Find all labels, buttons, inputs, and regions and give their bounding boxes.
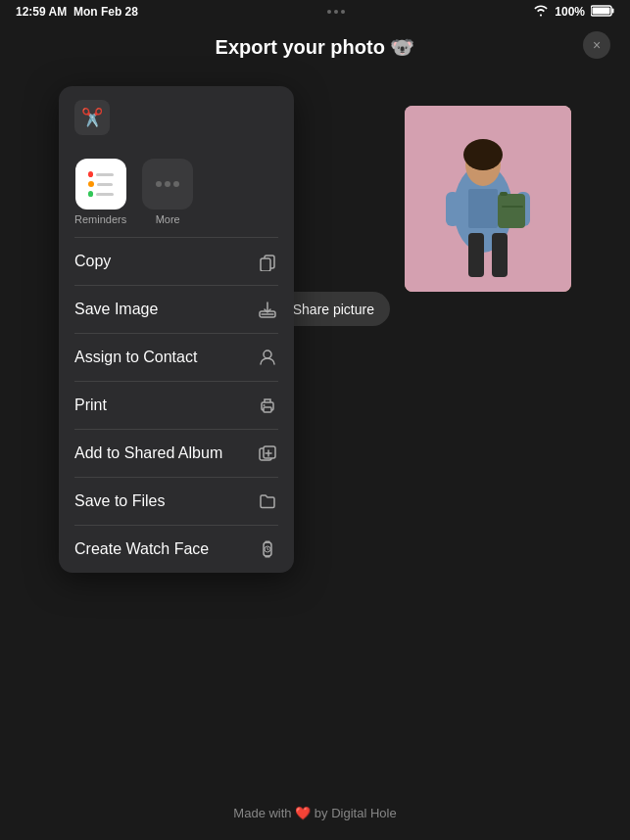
main-content: Share picture ✂️ [0, 67, 630, 789]
more-icon [142, 159, 193, 210]
assign-contact-label: Assign to Contact [74, 349, 197, 366]
dot [334, 10, 338, 14]
copy-label: Copy [74, 253, 111, 270]
page-title: Export your photo 🐨 [216, 35, 415, 59]
menu-item-assign-contact[interactable]: Assign to Contact [59, 334, 294, 381]
footer-text: Made with ❤️ by Digital Hole [233, 806, 396, 820]
dot [327, 10, 331, 14]
menu-item-save-files[interactable]: Save to Files [59, 478, 294, 525]
watch-face-icon [257, 538, 278, 560]
menu-item-shared-album[interactable]: Add to Shared Album [59, 430, 294, 477]
more-dot [173, 181, 179, 187]
reminders-icon [75, 159, 126, 210]
watch-face-label: Create Watch Face [74, 540, 209, 558]
svg-point-22 [264, 404, 266, 406]
save-image-label: Save Image [74, 301, 158, 318]
photo-area [405, 106, 571, 292]
svg-rect-13 [468, 233, 484, 277]
save-files-label: Save to Files [74, 492, 165, 510]
svg-rect-24 [264, 446, 275, 458]
print-icon [257, 395, 278, 416]
share-panel: ✂️ [59, 86, 294, 573]
dot [341, 10, 345, 14]
svg-rect-1 [611, 8, 613, 13]
footer-heart: ❤️ [295, 806, 311, 820]
status-indicators: 100% [533, 5, 614, 20]
print-label: Print [74, 397, 107, 414]
wifi-icon [533, 5, 549, 20]
scissors-icon: ✂️ [81, 107, 103, 128]
svg-rect-27 [266, 541, 270, 543]
shared-album-icon [257, 443, 278, 464]
svg-rect-14 [492, 233, 508, 277]
shared-album-label: Add to Shared Album [74, 444, 222, 462]
share-picture-label: Share picture [293, 302, 374, 317]
assign-contact-icon [257, 347, 278, 368]
footer: Made with ❤️ by Digital Hole [0, 806, 630, 820]
app-item-more[interactable]: More [142, 159, 193, 225]
reminders-label: Reminders [74, 213, 126, 225]
close-button[interactable]: × [583, 31, 610, 59]
save-files-icon [257, 490, 278, 512]
svg-rect-21 [264, 407, 271, 412]
app-item-reminders[interactable]: Reminders [74, 159, 126, 225]
svg-rect-8 [446, 192, 460, 226]
svg-rect-17 [261, 258, 270, 271]
menu-item-print[interactable]: Print [59, 382, 294, 429]
menu-item-watch-face[interactable]: Create Watch Face [59, 526, 294, 573]
status-center [327, 10, 345, 14]
battery-text: 100% [555, 5, 585, 19]
svg-rect-7 [468, 189, 498, 228]
panel-icon: ✂️ [74, 100, 110, 135]
save-image-icon [257, 299, 278, 320]
more-label: More [156, 213, 180, 225]
more-dot [165, 181, 170, 187]
status-time-date: 12:59 AM Mon Feb 28 [16, 5, 138, 19]
svg-rect-10 [498, 194, 525, 228]
more-dot [156, 181, 162, 187]
svg-rect-28 [266, 556, 270, 558]
svg-rect-12 [502, 206, 523, 208]
page-title-container: Export your photo 🐨 × [0, 23, 630, 67]
menu-item-copy[interactable]: Copy [59, 238, 294, 285]
svg-point-19 [264, 350, 271, 358]
menu-item-save-image[interactable]: Save Image [59, 286, 294, 333]
copy-icon [257, 251, 278, 272]
status-bar: 12:59 AM Mon Feb 28 100% [0, 0, 630, 23]
app-icon-row: Reminders More [59, 143, 294, 237]
svg-rect-2 [592, 7, 609, 14]
svg-point-6 [463, 139, 503, 170]
photo-placeholder [405, 106, 571, 292]
svg-rect-11 [500, 192, 508, 196]
battery-icon [591, 5, 614, 20]
